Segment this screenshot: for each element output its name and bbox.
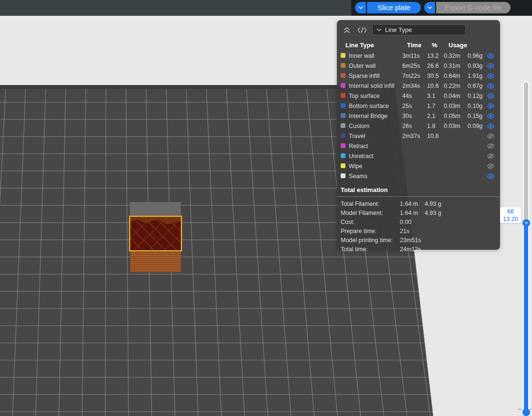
chevron-down-icon [427,6,433,10]
legend-table: Inner wall 3m11s 13.2 0.32m 0.96g [337,51,500,181]
total-estimation-title: Total estimation [337,181,500,196]
legend-table-header: Line Type Time % Usage [337,37,500,51]
line-type-label: Unretract [349,153,402,160]
visibility-toggle[interactable] [487,73,498,79]
slice-button-group: Slice plate [355,2,421,13]
line-type-time: 3m11s [402,53,427,59]
visibility-toggle[interactable] [487,173,498,179]
line-type-color-swatch [341,103,345,108]
total-estimation-row: Total time: 24m12s [337,245,500,254]
line-type-color-swatch [341,63,345,68]
line-type-time: 44s [402,93,427,99]
eye-hidden-icon [487,163,495,169]
visibility-toggle[interactable] [487,153,498,159]
layer-slider-upper-handle[interactable]: + [522,219,530,227]
line-type-time: 2m34s [402,83,427,89]
eye-visible-icon [487,113,495,119]
sliced-model-front-face[interactable] [130,251,181,272]
eye-visible-icon [487,93,495,99]
layer-number: 66 [500,208,521,216]
visibility-toggle[interactable] [487,163,498,169]
slice-plate-button[interactable]: Slice plate [367,2,421,13]
legend-row: Internal Bridge 30s 2.1 0.05m 0.15g [337,111,500,121]
total-estimation-table: Total Filament: 1.64 m 4.93 g Model Fila… [337,197,500,254]
total-value-1: 21s [400,228,425,235]
total-label: Cost: [341,219,400,225]
line-type-usage-weight: 0.15g [468,113,487,119]
total-estimation-row: Model printing time: 23m51s [337,235,500,245]
line-type-label: Travel [349,133,402,139]
line-type-label: Inner wall [349,53,402,59]
line-type-color-swatch [341,83,345,88]
line-type-time: 30s [402,113,427,119]
eye-visible-icon [487,63,495,69]
line-type-usage-weight: 0.10g [468,103,487,109]
line-type-percent: 10.6 [427,83,444,89]
line-type-time: 2m37s [402,133,427,139]
line-type-percent: 10.8 [427,133,444,139]
line-type-label: Internal Bridge [349,113,402,119]
column-header-usage: Usage [449,42,491,49]
line-type-label: Seams [349,173,402,180]
chevron-down-icon [358,6,364,10]
line-type-percent: 26.6 [427,63,444,69]
legend-row: Internal solid infill 2m34s 10.6 0.22m 0… [337,81,500,91]
line-type-usage-weight: 1.91g [468,73,487,79]
line-type-color-swatch [341,113,345,118]
legend-row: Sparse infill 7m22s 30.5 0.64m 1.91g [337,71,500,81]
line-type-percent: 13.2 [427,53,444,59]
total-value-2: 4.93 g [425,210,500,216]
column-header-time: Time [407,42,432,49]
visibility-toggle[interactable] [487,133,498,139]
preview-legend-panel: Line Type Line Type Time % Usage Inner w… [337,20,500,250]
eye-visible-icon [487,123,495,129]
legend-row: Inner wall 3m11s 13.2 0.32m 0.96g [337,51,500,61]
visibility-toggle[interactable] [487,83,498,89]
total-estimation-row: Cost: 0.00 [337,217,500,226]
legend-row: Outer wall 6m25s 26.6 0.31m 0.93g [337,61,500,71]
slice-dropdown-button[interactable] [355,2,366,13]
view-mode-dropdown[interactable]: Line Type [372,24,466,35]
line-type-usage-weight: 0.96g [468,53,487,59]
layer-slider-lower-handle[interactable] [522,408,530,416]
view-mode-value: Line Type [385,26,412,33]
legend-row: Custom 26s 1.8 0.03m 0.09g [337,121,500,131]
visibility-toggle[interactable] [487,103,498,109]
line-type-usage-length: 0.64m [444,73,468,79]
visibility-toggle[interactable] [487,123,498,129]
visibility-toggle[interactable] [487,53,498,59]
line-type-color-swatch [341,93,345,98]
code-brackets-icon [357,27,367,33]
line-type-color-swatch [341,53,345,58]
visibility-toggle[interactable] [487,113,498,119]
eye-visible-icon [487,103,495,109]
eye-visible-icon [487,53,495,59]
legend-row: Bottom surface 25s 1.7 0.03m 0.10g [337,101,500,111]
export-gcode-button[interactable]: Export G-code file [436,2,511,13]
sliced-model-top-face[interactable] [129,216,182,251]
line-type-label: Wipe [349,163,402,170]
legend-row: Seams [337,171,500,181]
gcode-viewer-button[interactable] [357,26,367,34]
total-value-1: 1.64 m [400,201,425,207]
slider-tick-right [530,409,532,410]
collapse-panel-button[interactable] [342,26,352,34]
line-type-usage-weight: 0.93g [468,63,487,69]
total-value-1: 24m12s [400,246,425,253]
line-type-usage-weight: 0.67g [468,83,487,89]
visibility-toggle[interactable] [487,143,498,149]
visibility-toggle[interactable] [487,93,498,99]
line-type-label: Top surface [349,93,402,99]
slider-tick-left [518,409,522,410]
line-type-percent: 1.7 [427,103,444,109]
slicer-preview-window: Slice plate Export G-code file [0,0,532,416]
line-type-label: Internal solid infill [349,83,402,89]
export-dropdown-button[interactable] [424,2,435,13]
visibility-toggle[interactable] [487,63,498,69]
line-type-label: Bottom surface [349,103,402,109]
line-type-time: 7m22s [402,73,427,79]
legend-panel-header: Line Type [337,20,500,37]
line-type-label: Sparse infill [349,73,402,79]
layer-slider-track[interactable] [523,81,529,413]
line-type-usage-length: 0.22m [444,83,468,89]
